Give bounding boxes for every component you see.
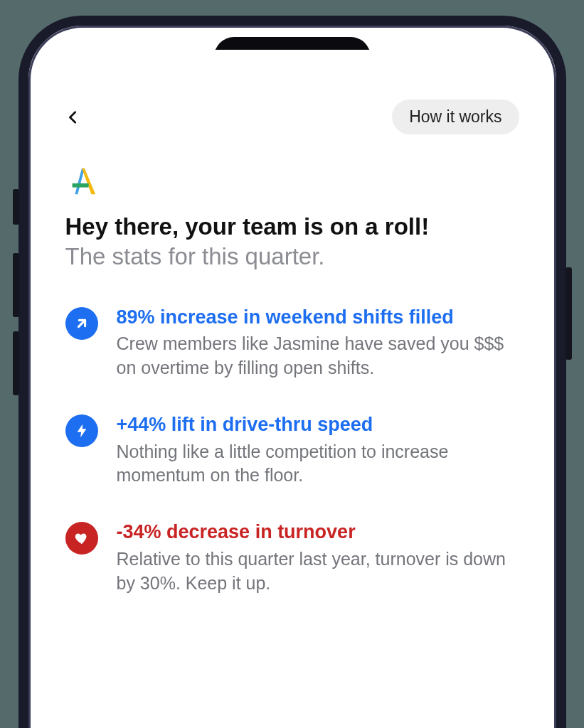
- bolt-icon: [65, 414, 98, 447]
- side-button-power: [566, 267, 572, 360]
- svg-marker-0: [75, 168, 84, 194]
- stat-body: 89% increase in weekend shifts filled Cr…: [117, 306, 519, 380]
- stat-description: Nothing like a little competition to inc…: [117, 440, 519, 488]
- stat-body: -34% decrease in turnover Relative to th…: [117, 520, 519, 595]
- a-logo-icon: [65, 164, 98, 197]
- arrow-up-right-icon: [65, 307, 98, 340]
- headline: Hey there, your team is on a roll!: [65, 213, 519, 241]
- stat-title: +44% lift in drive-thru speed: [117, 413, 519, 437]
- stat-description: Crew members like Jasmine have saved you…: [117, 332, 519, 380]
- side-button-volume-up: [13, 253, 19, 317]
- phone-frame: How it works Hey there, your team is on …: [18, 16, 566, 728]
- svg-rect-2: [72, 183, 88, 188]
- stat-title: -34% decrease in turnover: [117, 520, 519, 545]
- stat-body: +44% lift in drive-thru speed Nothing li…: [117, 413, 519, 488]
- screen: How it works Hey there, your team is on …: [53, 50, 532, 728]
- svg-marker-1: [82, 168, 95, 194]
- side-button-volume-down: [13, 331, 19, 395]
- stat-weekend-shifts: 89% increase in weekend shifts filled Cr…: [65, 306, 519, 380]
- stat-title: 89% increase in weekend shifts filled: [117, 306, 519, 330]
- how-it-works-button[interactable]: How it works: [392, 100, 519, 134]
- subheadline: The stats for this quarter.: [65, 242, 519, 271]
- brand-logo: [65, 164, 98, 197]
- top-bar: How it works: [65, 100, 519, 134]
- stat-description: Relative to this quarter last year, turn…: [117, 547, 519, 596]
- chevron-left-icon: [65, 107, 81, 127]
- back-button[interactable]: [65, 107, 85, 127]
- side-button-silence: [13, 189, 19, 225]
- stat-turnover: -34% decrease in turnover Relative to th…: [65, 520, 519, 595]
- stat-drive-thru-speed: +44% lift in drive-thru speed Nothing li…: [65, 413, 519, 488]
- heart-icon: [65, 522, 98, 555]
